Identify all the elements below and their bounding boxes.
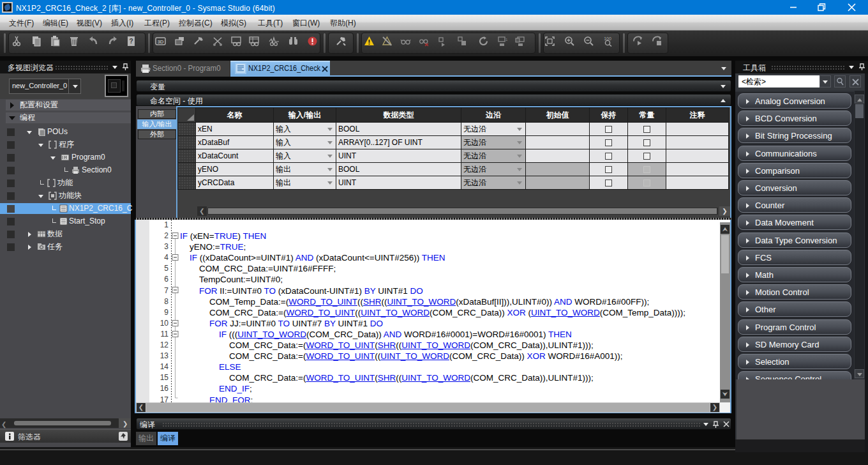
svg-text:3D: 3D [157,39,163,45]
svg-text:?: ? [129,38,133,45]
svg-text:1: 1 [505,38,508,42]
